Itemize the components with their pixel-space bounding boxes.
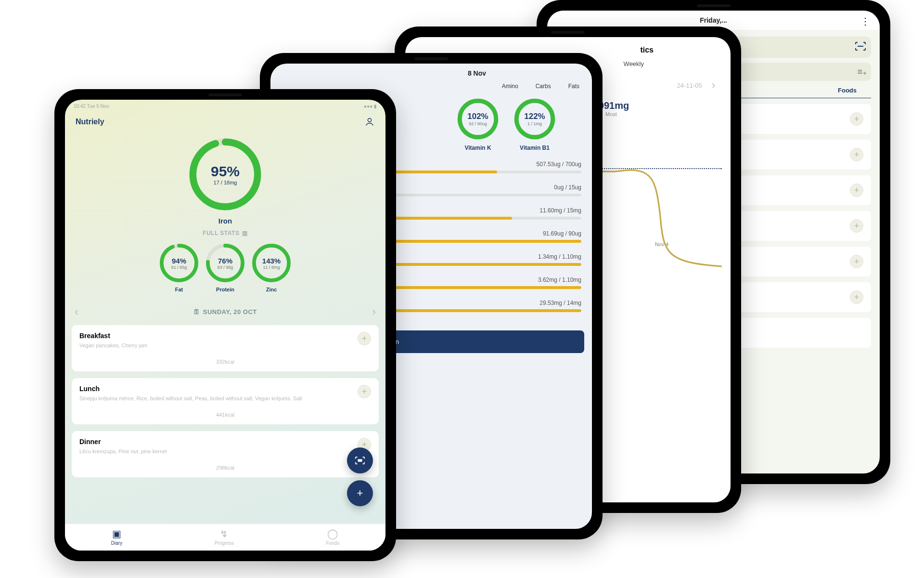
calendar-icon: 🗓 [193,308,200,315]
add-icon[interactable]: + [850,148,863,161]
stats-icon: ▥ [242,230,248,236]
mini-nutrient-ring[interactable]: 143%11 / 8mg [251,242,292,284]
status-battery: ●●● ▮ [364,104,377,109]
tab-foods[interactable]: Foods [838,87,871,94]
mini-nutrient-label: Protein [216,287,234,292]
barcode-scan-icon[interactable] [855,41,866,53]
barcode-fab[interactable] [347,447,373,473]
mini-nutrient-ring[interactable]: 94%61 / 65g [158,242,200,284]
main-nutrient-label: Iron [218,217,232,225]
period-label: Weekly [624,60,644,67]
svg-point-4 [368,118,371,122]
full-stats-link[interactable]: FULL STATS▥ [203,230,248,236]
mini-nutrient-ring[interactable]: 76%63 / 98g [205,242,246,284]
add-fab[interactable]: + [347,480,373,506]
chevron-right-icon[interactable]: › [372,305,376,318]
mini-nutrient-label: Fat [175,287,183,292]
chevron-left-icon[interactable]: ‹ [75,305,78,318]
meal-card[interactable]: Dinner Lēcu kremzupa, Pine nut, pine ker… [72,431,379,477]
add-icon[interactable]: + [850,219,863,233]
diary-date[interactable]: 🗓SUNDAY, 20 OCT [193,308,257,315]
vitamin-label: Vitamin B1 [520,144,550,151]
mini-nutrient-label: Zinc [266,287,277,292]
meal-items: Vegan pancakes, Cherry jam [79,342,371,348]
add-icon[interactable]: + [850,112,863,126]
nav-diary[interactable]: ▣Diary [111,528,122,546]
meal-calories: 298kcal [79,465,371,471]
meal-card[interactable]: Breakfast Vegan pancakes, Cherry jam 332… [72,325,379,371]
add-icon[interactable]: + [850,184,863,197]
svg-rect-13 [358,459,362,461]
status-time: 10:42 Tue 5 Nov [74,104,109,109]
tab-carbs[interactable]: Carbs [536,83,551,90]
profile-icon[interactable] [364,117,375,127]
add-icon[interactable]: + [358,332,371,345]
chevron-right-icon[interactable]: › [712,79,715,92]
list-add-icon: ≡₊ [857,66,867,77]
add-icon[interactable]: + [358,385,371,398]
meal-card[interactable]: Lunch Sinepju krējuma mērce, Rice, boile… [72,378,379,424]
meal-title: Breakfast [79,332,371,340]
add-icon[interactable]: + [850,255,863,268]
vitamin-label: Vitamin K [464,144,491,151]
tab-fats[interactable]: Fats [568,83,579,90]
tab-amino[interactable]: Amino [502,83,518,90]
kebab-menu-icon[interactable]: ⋮ [860,15,870,27]
date-label: 8 Nov [270,64,592,79]
vitamin-ring[interactable]: 122%1 / 1mg [513,97,556,141]
nav-progress[interactable]: ↯Progress [215,528,234,546]
meal-title: Dinner [79,438,371,446]
meal-calories: 332kcal [79,359,371,365]
meal-calories: 441kcal [79,412,371,418]
meal-items: Lēcu kremzupa, Pine nut, pine kernel [79,448,371,454]
page-title: Friday,... [700,16,727,24]
nav-foods[interactable]: ◯Foods [326,528,339,546]
main-nutrient-ring[interactable]: 95% 17 / 18mg [187,136,264,213]
app-brand: Nutriely [76,118,104,126]
meal-items: Sinepju krējuma mērce, Rice, boiled with… [79,395,371,401]
meal-title: Lunch [79,385,371,393]
tablet-diary: 10:42 Tue 5 Nov ●●● ▮ Nutriely 95% 17 / … [54,89,396,561]
add-icon[interactable]: + [850,290,863,304]
vitamin-ring[interactable]: 102%92 / 90ug [456,97,500,141]
